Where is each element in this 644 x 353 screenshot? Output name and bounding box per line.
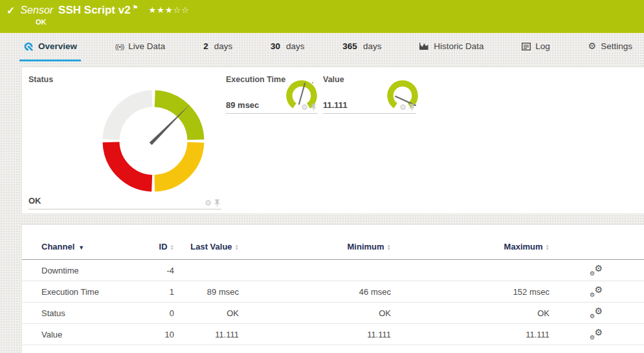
column-header-maximum[interactable]: Maximum ▲▼ bbox=[391, 242, 550, 251]
channel-maximum: 11.111 bbox=[391, 330, 550, 339]
tab-2-days[interactable]: 2 days bbox=[199, 33, 236, 61]
table-row-status[interactable]: Status 0 OK OK OK ⚙⚙ bbox=[22, 303, 644, 324]
tab-365-days[interactable]: 365 days bbox=[339, 33, 385, 61]
tab-number: 2 bbox=[203, 41, 208, 51]
tab-label: Settings bbox=[601, 41, 632, 51]
column-header-minimum[interactable]: Minimum ▲▼ bbox=[239, 242, 391, 251]
tab-label: Log bbox=[535, 41, 550, 51]
sensor-header: ✓ Sensor SSH Script v2 ⚑ ★★★☆☆ OK bbox=[0, 0, 644, 33]
channel-minimum: OK bbox=[239, 308, 391, 318]
gear-icon[interactable]: ⚙ bbox=[205, 199, 212, 207]
channel-name: Execution Time bbox=[22, 287, 139, 297]
table-row-downtime[interactable]: Downtime -4 ⚙⚙ bbox=[22, 260, 644, 281]
tab-label: Overview bbox=[38, 41, 77, 51]
pin-icon[interactable] bbox=[311, 103, 316, 111]
tab-live-data[interactable]: ((•)) Live Data bbox=[111, 33, 170, 61]
channel-settings-gears-icon[interactable]: ⚙⚙ bbox=[590, 286, 603, 297]
execution-time-gauge-section[interactable]: Execution Time 89 msec ⚙ bbox=[226, 75, 318, 114]
priority-stars[interactable]: ★★★☆☆ bbox=[149, 5, 190, 15]
sensor-title: SSH Script v2 bbox=[58, 4, 131, 17]
channels-table-panel: Channel ▼ ID ▲▼ Last Value ▲▼ Minimum ▲▼… bbox=[21, 224, 644, 353]
tab-label: days bbox=[286, 41, 305, 51]
status-check-icon: ✓ bbox=[6, 5, 15, 17]
channel-last-value: OK bbox=[174, 308, 239, 318]
channel-last-value: 89 msec bbox=[174, 287, 239, 297]
channel-name: Value bbox=[22, 330, 139, 339]
tab-bar: Overview ((•)) Live Data 2 days 30 days … bbox=[0, 33, 644, 61]
tab-label: Historic Data bbox=[434, 41, 483, 51]
tab-historic-data[interactable]: Historic Data bbox=[416, 33, 487, 61]
channel-name: Status bbox=[22, 308, 139, 318]
channel-last-value: 11.111 bbox=[174, 330, 239, 339]
column-header-label: Channel bbox=[41, 242, 74, 251]
tab-number: 365 bbox=[342, 41, 357, 51]
sensor-status-text: OK bbox=[36, 18, 47, 26]
channel-id: -4 bbox=[139, 266, 174, 275]
channel-maximum: OK bbox=[391, 308, 550, 318]
table-header-row: Channel ▼ ID ▲▼ Last Value ▲▼ Minimum ▲▼… bbox=[22, 234, 644, 260]
tab-log[interactable]: Log bbox=[518, 33, 554, 61]
gear-icon[interactable]: ⚙ bbox=[301, 103, 308, 111]
tab-label: days bbox=[214, 41, 233, 51]
overview-gauges-panel: Status OK ⚙ Execution Time 89 msec bbox=[21, 67, 644, 214]
channel-name: Downtime bbox=[22, 266, 139, 275]
gauge-icon bbox=[23, 41, 34, 52]
channel-id: 1 bbox=[139, 287, 174, 297]
column-header-label: ID bbox=[159, 242, 168, 251]
table-row-execution-time[interactable]: Execution Time 1 89 msec 46 msec 152 mse… bbox=[22, 281, 644, 303]
column-header-channel[interactable]: Channel ▼ bbox=[22, 242, 139, 251]
tab-30-days[interactable]: 30 days bbox=[267, 33, 309, 61]
channel-minimum: 46 msec bbox=[239, 287, 391, 297]
gauge-title: Status bbox=[28, 75, 53, 84]
object-kind-label: Sensor bbox=[20, 5, 53, 16]
gauge-current-value: 89 msec bbox=[226, 100, 259, 110]
sort-desc-icon: ▼ bbox=[78, 244, 84, 251]
status-gauge bbox=[96, 84, 210, 198]
tab-overview[interactable]: Overview bbox=[19, 33, 81, 61]
pin-icon[interactable] bbox=[214, 199, 220, 207]
channel-settings-gears-icon[interactable]: ⚙⚙ bbox=[590, 329, 603, 340]
value-gauge-section[interactable]: Value 11.111 ⚙ bbox=[323, 75, 416, 114]
channel-id: 0 bbox=[139, 308, 174, 318]
channel-settings-gears-icon[interactable]: ⚙⚙ bbox=[590, 265, 603, 276]
tab-label: days bbox=[363, 41, 382, 51]
gear-icon[interactable]: ⚙ bbox=[399, 103, 406, 111]
channel-maximum: 152 msec bbox=[391, 287, 550, 297]
table-row-value[interactable]: Value 10 11.111 11.111 11.111 ⚙⚙ bbox=[22, 324, 644, 345]
column-header-last-value[interactable]: Last Value ▲▼ bbox=[174, 242, 239, 251]
area-chart-icon bbox=[419, 42, 429, 50]
gauge-current-value: 11.111 bbox=[323, 100, 348, 110]
tab-label: Live Data bbox=[128, 41, 165, 51]
tab-settings[interactable]: ⚙ Settings bbox=[584, 33, 636, 61]
tab-number: 30 bbox=[271, 41, 280, 51]
sort-icon: ▲▼ bbox=[546, 244, 550, 250]
log-list-icon bbox=[522, 43, 531, 50]
channel-minimum: 11.111 bbox=[239, 330, 391, 339]
channel-settings-gears-icon[interactable]: ⚙⚙ bbox=[590, 308, 603, 319]
gauge-current-value: OK bbox=[28, 196, 41, 206]
column-header-label: Maximum bbox=[504, 242, 543, 251]
channel-id: 10 bbox=[139, 330, 174, 339]
gear-icon: ⚙ bbox=[588, 41, 597, 51]
live-data-icon: ((•)) bbox=[115, 43, 124, 50]
pin-icon[interactable] bbox=[409, 103, 415, 111]
flag-icon: ⚑ bbox=[133, 4, 139, 11]
gauge-title: Execution Time bbox=[226, 75, 285, 84]
gauge-title: Value bbox=[323, 75, 344, 84]
status-gauge-section[interactable]: Status OK ⚙ bbox=[28, 75, 221, 209]
column-header-id[interactable]: ID ▲▼ bbox=[139, 242, 174, 251]
column-header-label: Last Value bbox=[190, 242, 232, 251]
column-header-label: Minimum bbox=[348, 242, 384, 251]
